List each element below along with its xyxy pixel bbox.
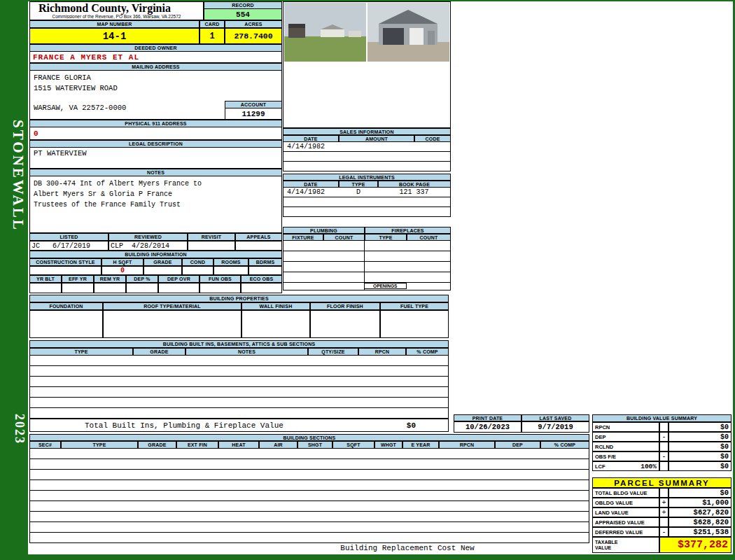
- funobs-value: [200, 283, 241, 293]
- notes-label: NOTES: [29, 169, 282, 176]
- sales-row: 4/14/1982: [284, 142, 450, 152]
- effyr-label: EFF YR: [62, 275, 94, 283]
- bvs-row-rclnd: RCLND $0: [592, 442, 732, 451]
- bdrms-label: BDRMS: [248, 258, 282, 266]
- grade-value: [144, 266, 182, 275]
- mailing-address-label: MAILING ADDRESS: [29, 63, 282, 71]
- record-box: RECORD 554: [204, 1, 282, 20]
- bs-extfin-label: EXT FIN: [176, 441, 218, 449]
- fireplaces-rows: OPENINGS: [365, 241, 451, 290]
- empty-row: [30, 501, 589, 512]
- ps-row-deferred: DEFERRED VALUE - $251,538: [592, 527, 732, 537]
- ps-label: LAND VALUE: [592, 507, 659, 517]
- empty-row: [30, 491, 589, 501]
- empty-row: [30, 459, 589, 470]
- floor-finish-value: [310, 310, 380, 338]
- builtins-empty-rows: [29, 356, 449, 419]
- bvs-label: DEP: [592, 432, 659, 442]
- account-box: ACCOUNT 11299: [225, 101, 282, 120]
- openings-value: [407, 283, 450, 289]
- map-card-acres-values: 14-1 1 278.7400: [29, 28, 282, 44]
- openings-label: OPENINGS: [365, 283, 407, 289]
- bs-shgt-label: SHGT: [298, 441, 332, 449]
- hsqft-label: H SQFT: [102, 258, 144, 266]
- tax-year-label: 2023: [3, 399, 27, 458]
- bvs-op: -: [659, 451, 668, 461]
- li-date-value: 4/14/1982: [284, 188, 339, 196]
- appeals-label: APPEALS: [235, 233, 282, 241]
- builtins-grade-label: GRADE: [133, 348, 186, 356]
- sales-code-label: CODE: [414, 135, 451, 142]
- ps-op: +: [659, 507, 668, 517]
- ps-op: [659, 488, 668, 498]
- ps-op: -: [659, 527, 668, 537]
- li-type-label: TYPE: [339, 181, 378, 188]
- rooms-label: ROOMS: [214, 258, 248, 266]
- sales-title: SALES INFORMATION: [283, 128, 451, 135]
- print-info-box: PRINT DATE LAST SAVED 10/26/2023 9/7/201…: [454, 414, 589, 433]
- empty-row: [30, 470, 589, 480]
- ecoobs-label: ECO OBS: [241, 275, 282, 283]
- roof-type-label: ROOF TYPE/MATERIAL: [103, 302, 241, 310]
- foundation-label: FOUNDATION: [29, 302, 103, 310]
- deppct-label: DEP %: [126, 275, 158, 283]
- sales-information-section: SALES INFORMATION DATE AMOUNT CODE 4/14/…: [283, 128, 451, 172]
- bs-air-label: AIR: [259, 441, 298, 449]
- building-sections: BUILDING SECTIONS SEC# TYPE GRADE EXT FI…: [29, 434, 589, 543]
- property-photo-2[interactable]: [368, 3, 449, 62]
- legal-description-box: LEGAL DESCRIPTION PT WATERVIEW: [29, 140, 282, 169]
- empty-row: [30, 533, 589, 542]
- ps-value: $628,820: [668, 517, 732, 527]
- remyr-label: REM YR: [94, 275, 126, 283]
- reviewed-label: REVIEWED: [108, 233, 188, 241]
- empty-row: [30, 398, 448, 408]
- empty-row: [30, 377, 448, 387]
- fireplaces-type-label: TYPE: [365, 234, 407, 241]
- sales-amount-label: AMOUNT: [339, 135, 414, 142]
- ps-value: $627,820: [668, 507, 732, 517]
- sales-date-label: DATE: [283, 135, 339, 142]
- floor-finish-label: FLOOR FINISH: [310, 302, 380, 310]
- ps-op: [659, 517, 668, 527]
- bs-whgt-label: WHGT: [374, 441, 402, 449]
- taxable-label-text: TAXABLE VALUE: [595, 540, 623, 551]
- ps-label: OBLDG VALUE: [592, 498, 659, 507]
- builtins-notes-label: NOTES: [186, 348, 308, 356]
- plumbing-rows: [283, 241, 365, 290]
- depovr-value: [158, 283, 200, 293]
- map-number-label: MAP NUMBER: [29, 20, 200, 28]
- bs-sec-label: SEC#: [29, 441, 61, 449]
- last-saved-value: 9/7/2019: [522, 421, 589, 433]
- ps-label: DEFERRED VALUE: [592, 527, 659, 537]
- bs-dep-label: DEP: [495, 441, 540, 449]
- cond-value: [182, 266, 214, 275]
- empty-row: [365, 272, 450, 283]
- empty-row: [30, 522, 589, 533]
- ps-value: $1,000: [668, 498, 732, 507]
- fuel-type-label: FUEL TYPE: [380, 302, 449, 310]
- construction-style-label: CONSTRUCTION STYLE: [29, 258, 102, 266]
- bs-grade-label: GRADE: [138, 441, 176, 449]
- physical-address-value: 0: [29, 127, 282, 140]
- fireplaces-count-label: COUNT: [407, 234, 451, 241]
- empty-row: [284, 272, 364, 283]
- ps-op: +: [659, 498, 668, 507]
- yrblt-label: YR BLT: [29, 275, 62, 283]
- print-date-value: 10/26/2023: [454, 421, 522, 433]
- map-number-value: 14-1: [29, 28, 200, 44]
- empty-row: [365, 262, 450, 272]
- sales-rows: 4/14/1982: [283, 142, 451, 172]
- li-type-value: D: [339, 188, 378, 196]
- builtins-rpcn-label: RPCN: [358, 348, 406, 356]
- plumbing-count-label: COUNT: [323, 234, 365, 241]
- empty-row: [30, 408, 448, 418]
- property-photo-1[interactable]: [284, 3, 366, 62]
- li-bookpage-label: BOOK PAGE: [378, 181, 451, 188]
- bvs-op: -: [659, 432, 668, 442]
- empty-row: [284, 162, 450, 171]
- ps-value: $0: [668, 488, 732, 498]
- empty-row: [365, 251, 450, 262]
- card-value: 1: [200, 28, 225, 44]
- bvs-label: RPCN: [592, 422, 659, 432]
- ps-row-total-bldg: TOTAL BLDG VALUE $0: [592, 488, 732, 498]
